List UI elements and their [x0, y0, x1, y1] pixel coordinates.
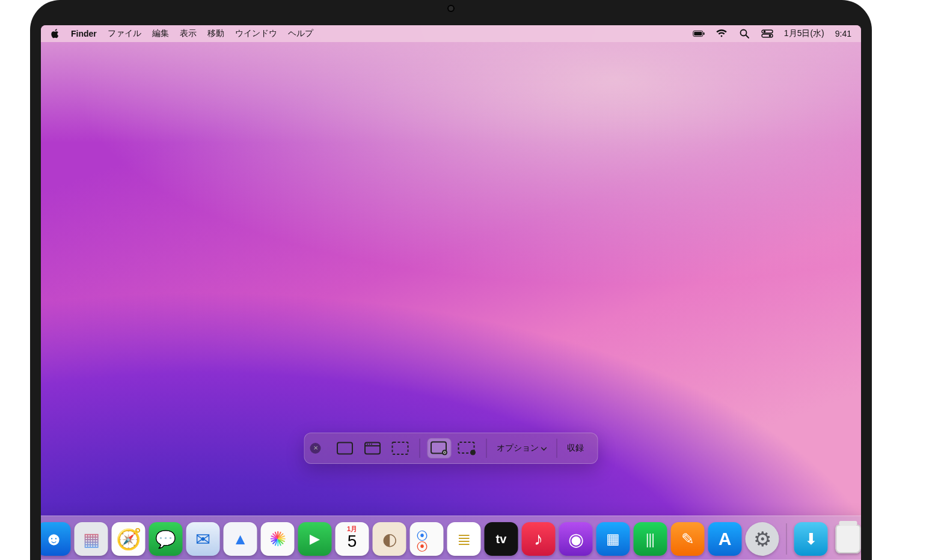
dock-pages[interactable]	[671, 522, 705, 556]
dock-trash[interactable]	[832, 522, 862, 556]
screenshot-capture-button[interactable]: 収録	[559, 438, 592, 458]
dock-facetime[interactable]	[298, 522, 332, 556]
camera-notch	[447, 5, 455, 12]
menu-help[interactable]: ヘルプ	[288, 28, 313, 39]
control-center-icon[interactable]	[761, 29, 773, 38]
svg-rect-7	[762, 34, 773, 37]
svg-point-8	[769, 35, 771, 37]
download-arrow-icon	[805, 530, 818, 549]
dock: 1月 5	[41, 516, 861, 560]
screenshot-options-button[interactable]: オプション	[488, 438, 556, 458]
dock-separator	[786, 523, 787, 555]
dock-appstore[interactable]	[708, 522, 742, 556]
dock-notes[interactable]	[447, 522, 481, 556]
menubar-date[interactable]: 1月5日(水)	[784, 28, 824, 39]
svg-rect-15	[393, 442, 408, 454]
svg-rect-5	[762, 30, 773, 33]
menubar: Finder ファイル 編集 表示 移動 ウインドウ ヘルプ	[41, 25, 861, 42]
menubar-app-name[interactable]: Finder	[71, 29, 97, 38]
chevron-down-icon	[541, 443, 547, 453]
menubar-time[interactable]: 9:41	[835, 29, 851, 38]
calendar-day: 5	[336, 532, 369, 551]
screenshot-toolbar: オプション 収録	[304, 433, 598, 464]
screenshot-capture-label: 収録	[567, 443, 584, 454]
dock-numbers[interactable]	[634, 522, 667, 556]
toolbar-separator	[486, 439, 487, 458]
dock-mail[interactable]	[186, 522, 220, 556]
dock-calendar[interactable]: 1月 5	[336, 522, 369, 556]
toolbar-separator	[557, 439, 557, 458]
dock-maps[interactable]	[224, 522, 257, 556]
menu-file[interactable]: ファイル	[108, 28, 141, 39]
dock-launchpad[interactable]	[75, 522, 108, 556]
dock-keynote[interactable]	[596, 522, 630, 556]
dock-appletv[interactable]	[485, 522, 518, 556]
menu-window[interactable]: ウインドウ	[235, 28, 277, 39]
battery-icon[interactable]	[693, 29, 705, 38]
dock-system-settings[interactable]	[746, 522, 779, 556]
dock-finder[interactable]	[41, 522, 71, 556]
capture-selection-button[interactable]	[388, 438, 412, 458]
svg-line-4	[746, 35, 749, 38]
apple-menu-icon[interactable]	[51, 29, 60, 38]
dock-messages[interactable]	[149, 522, 183, 556]
desktop[interactable]: Finder ファイル 編集 表示 移動 ウインドウ ヘルプ	[41, 25, 861, 560]
dock-safari[interactable]	[112, 522, 146, 556]
svg-point-12	[367, 443, 368, 445]
svg-point-13	[369, 443, 370, 445]
svg-point-18	[444, 451, 446, 454]
screenshot-close-button[interactable]	[310, 443, 321, 454]
capture-window-button[interactable]	[361, 438, 385, 458]
dock-music[interactable]	[522, 522, 556, 556]
svg-point-20	[470, 450, 476, 455]
dock-podcasts[interactable]	[559, 522, 593, 556]
dock-contacts[interactable]	[373, 522, 406, 556]
svg-rect-9	[337, 443, 352, 454]
menu-edit[interactable]: 編集	[152, 28, 169, 39]
wifi-icon[interactable]	[716, 29, 728, 38]
svg-point-14	[371, 443, 372, 445]
record-entire-screen-button[interactable]	[428, 438, 452, 458]
menu-go[interactable]: 移動	[207, 28, 224, 39]
trash-icon	[836, 525, 861, 553]
svg-rect-1	[694, 32, 702, 35]
spotlight-icon[interactable]	[738, 29, 750, 38]
screenshot-options-label: オプション	[497, 443, 539, 454]
screenshot-record-group	[421, 433, 485, 464]
svg-rect-2	[704, 32, 705, 35]
record-selection-button[interactable]	[455, 438, 479, 458]
macbook-frame: Finder ファイル 編集 表示 移動 ウインドウ ヘルプ	[30, 0, 872, 560]
menu-view[interactable]: 表示	[180, 28, 197, 39]
capture-entire-screen-button[interactable]	[333, 438, 357, 458]
screenshot-capture-group	[327, 433, 418, 464]
dock-photos[interactable]	[261, 522, 295, 556]
svg-point-6	[764, 31, 766, 33]
dock-reminders[interactable]	[410, 522, 444, 556]
toolbar-separator	[420, 439, 420, 458]
dock-downloads[interactable]	[794, 522, 828, 556]
